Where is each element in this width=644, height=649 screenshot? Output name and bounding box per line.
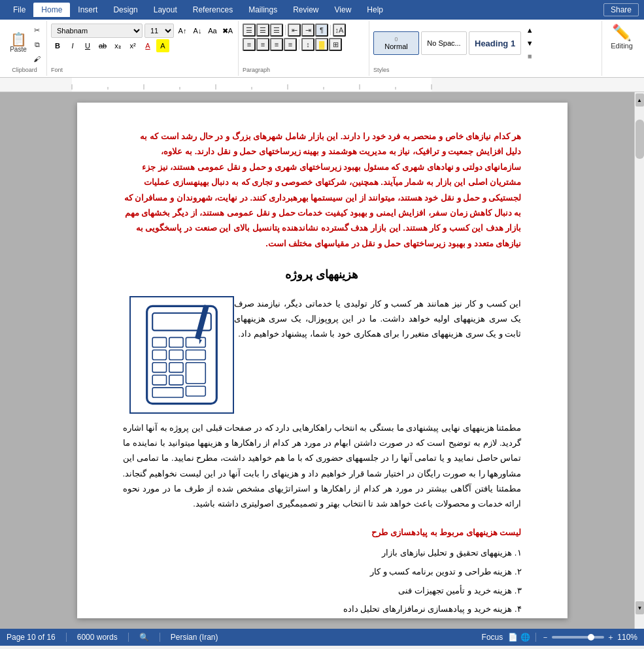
align-left-button[interactable]: ≡ <box>243 38 256 51</box>
list-section: لیست هزینههای مربوط به پیادهسازی طرح ۱. … <box>123 525 522 618</box>
justify-button[interactable]: ≡ <box>284 38 297 51</box>
word-count[interactable]: 6000 words <box>77 633 118 642</box>
font-size-select[interactable]: 11 <box>144 24 174 38</box>
svg-rect-28 <box>152 388 183 397</box>
underline-button[interactable]: U <box>81 39 94 52</box>
paste-label: Paste <box>10 46 27 53</box>
align-center-button[interactable]: ≡ <box>256 38 269 51</box>
zoom-level[interactable]: 110% <box>617 633 637 642</box>
tab-view[interactable]: View <box>327 3 360 17</box>
style-normal[interactable]: 0 Normal <box>373 31 419 55</box>
language[interactable]: Persian (Iran) <box>171 633 218 642</box>
focus-button[interactable]: Focus <box>482 633 503 642</box>
bold-button[interactable]: B <box>51 39 64 52</box>
view-icons: 📄 🌐 <box>508 633 530 642</box>
multilevel-list-button[interactable]: ☰ <box>270 24 283 37</box>
calculator-image <box>129 296 234 414</box>
shading-button[interactable]: ▓ <box>315 38 328 51</box>
svg-rect-25 <box>186 362 205 383</box>
cut-icon: ✂ <box>34 26 40 35</box>
font-color-button[interactable]: A <box>141 39 154 52</box>
numbering-button[interactable]: ☰ <box>256 24 269 37</box>
svg-rect-20 <box>152 350 166 359</box>
status-sep4 <box>535 633 536 642</box>
styles-scroll-down[interactable]: ▼ <box>523 37 536 50</box>
ruler-inner <box>7 78 637 92</box>
sort-button[interactable]: ↕A <box>333 24 346 37</box>
line-spacing-button[interactable]: ↕ <box>301 38 314 51</box>
tab-review[interactable]: Review <box>285 3 326 17</box>
font-group-label: Font <box>51 65 234 73</box>
tab-design[interactable]: Design <box>105 3 145 17</box>
borders-button[interactable]: ⊞ <box>329 38 342 51</box>
italic-button[interactable]: I <box>66 39 79 52</box>
subscript-button[interactable]: x₂ <box>111 39 124 52</box>
page-info[interactable]: Page 10 of 16 <box>7 633 56 642</box>
tab-insert[interactable]: Insert <box>70 3 105 17</box>
tab-mailings[interactable]: Mailings <box>241 3 285 17</box>
increase-font-button[interactable]: A↑ <box>176 24 189 37</box>
web-view-icon[interactable]: 🌐 <box>520 633 530 642</box>
styles-more[interactable]: ≡ <box>523 50 536 63</box>
scrollbar-thumb[interactable] <box>636 120 644 159</box>
highlight-button[interactable]: A <box>156 39 169 52</box>
tab-home[interactable]: Home <box>33 3 70 17</box>
share-button[interactable]: Share <box>603 3 639 16</box>
editing-icon: ✏️ <box>612 24 632 42</box>
list-item: ۳. هزینه خرید و تأمین تجهیزات فنی <box>123 583 522 599</box>
svg-rect-24 <box>169 362 182 372</box>
status-sep3 <box>160 633 160 642</box>
cut-button[interactable]: ✂ <box>31 24 42 37</box>
tab-layout[interactable]: Layout <box>146 3 185 17</box>
svg-rect-29 <box>186 386 205 396</box>
show-paragraph-button[interactable]: ¶ <box>315 24 328 37</box>
strikethrough-button[interactable]: ab <box>96 39 109 52</box>
clipboard-group: 📋 Paste ✂ ⧉ 🖌 Clipboard <box>3 21 47 76</box>
zoom-slider[interactable] <box>552 636 604 639</box>
tab-references[interactable]: References <box>185 3 241 17</box>
svg-rect-23 <box>152 362 166 372</box>
svg-rect-26 <box>152 374 166 384</box>
tab-file[interactable]: File <box>5 3 33 17</box>
font-group: Shabnam 11 A↑ A↓ Aa ✖A B I U ab x₂ x² A … <box>47 21 239 76</box>
status-sep2 <box>128 633 129 642</box>
format-painter-icon: 🖌 <box>33 55 41 63</box>
tab-help[interactable]: Help <box>359 3 391 17</box>
status-bar: Page 10 of 16 6000 words 🔍 Persian (Iran… <box>0 629 644 646</box>
styles-label: Styles <box>373 65 598 73</box>
clear-formatting-button[interactable]: ✖A <box>221 24 234 37</box>
document-container: هر کدام نیازهای خاص و منحصر به فرد خود ر… <box>0 92 644 629</box>
format-painter-button[interactable]: 🖌 <box>31 52 42 65</box>
style-no-spacing[interactable]: No Spac... <box>421 31 467 55</box>
align-right-button[interactable]: ≡ <box>270 38 283 51</box>
document-page[interactable]: هر کدام نیازهای خاص و منحصر به فرد خود ر… <box>77 103 568 618</box>
cost-list: ۱. هزینههای تحقیق و تحلیل نیازهای بازار۲… <box>123 545 522 618</box>
status-left: Page 10 of 16 6000 words 🔍 Persian (Iran… <box>7 633 218 642</box>
paste-button[interactable]: 📋 Paste <box>7 24 30 61</box>
zoom-out-button[interactable]: － <box>541 632 549 643</box>
svg-rect-27 <box>169 374 182 384</box>
increase-indent-button[interactable]: ⇥ <box>301 24 314 37</box>
ruler <box>0 78 644 92</box>
editing-group: ✏️ Editing <box>602 21 641 76</box>
bullets-button[interactable]: ☰ <box>243 24 256 37</box>
calculator-svg <box>136 303 228 407</box>
superscript-button[interactable]: x² <box>126 39 139 52</box>
print-view-icon[interactable]: 📄 <box>508 633 518 642</box>
copy-button[interactable]: ⧉ <box>31 38 42 51</box>
decrease-font-button[interactable]: A↓ <box>191 24 204 37</box>
section-heading: هزینههای پروژه <box>123 264 522 285</box>
svg-rect-13 <box>146 306 216 403</box>
scrollbar-right[interactable]: ▲ ▼ <box>634 92 644 629</box>
paste-icon: 📋 <box>10 33 27 46</box>
zoom-in-button[interactable]: ＋ <box>607 632 615 643</box>
style-heading1[interactable]: Heading 1 <box>469 31 521 55</box>
change-case-button[interactable]: Aa <box>206 24 219 37</box>
font-family-select[interactable]: Shabnam <box>51 24 143 38</box>
styles-scroll-up[interactable]: ▲ <box>523 24 536 37</box>
editing-label: Editing <box>611 42 633 50</box>
styles-group: 0 Normal No Spac... Heading 1 ▲ ▼ ≡ Styl… <box>369 21 602 76</box>
svg-rect-18 <box>169 337 182 347</box>
status-sep1 <box>66 633 67 642</box>
decrease-indent-button[interactable]: ⇤ <box>288 24 301 37</box>
